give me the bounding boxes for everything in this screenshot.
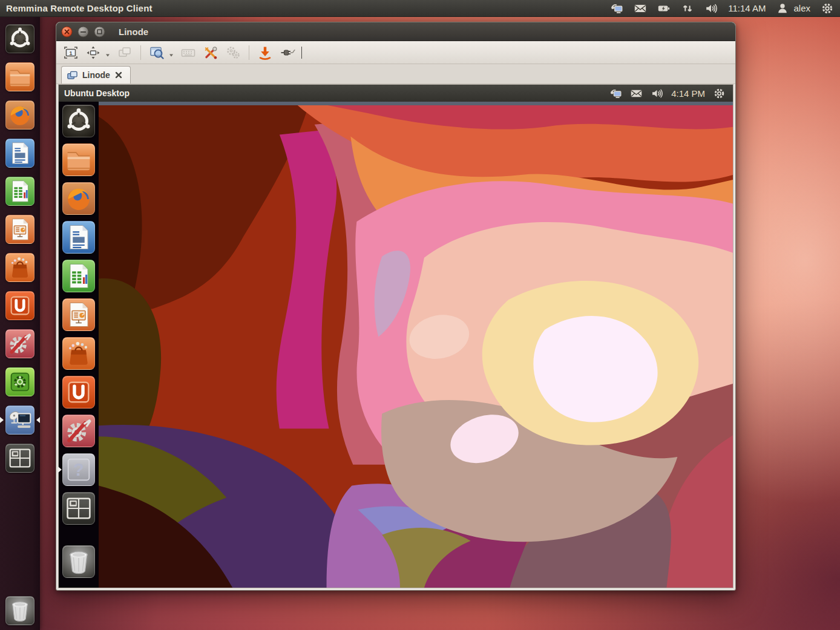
launcher-item-ubuntu-one[interactable] <box>5 291 34 320</box>
remote-launcher-item-ubuntu-one[interactable] <box>62 376 95 409</box>
remote-launcher-item-software-center[interactable] <box>62 337 95 370</box>
session-gear-icon[interactable] <box>821 2 834 15</box>
tab-linode[interactable]: Linode <box>61 66 131 84</box>
tools-button[interactable] <box>202 44 219 61</box>
remote-launcher-item-system-settings[interactable] <box>62 415 95 447</box>
toolbar-separator <box>140 45 141 60</box>
host-system-tray: 11:14 AM alex <box>610 2 834 15</box>
duplicate-button <box>116 44 133 61</box>
launcher-item-writer[interactable] <box>5 139 34 168</box>
launcher-item-workspace-switcher[interactable] <box>5 444 34 473</box>
remote-launcher-item-unknown-window[interactable]: ? <box>62 453 95 486</box>
host-launcher <box>0 16 40 630</box>
remote-launcher-item-home-folder[interactable] <box>62 143 95 176</box>
preferences-button <box>225 44 241 61</box>
remote-menubar: Ubuntu Desktop 4:14 PM <box>59 85 733 102</box>
mail-icon[interactable] <box>634 2 647 15</box>
remote-desktop-body: ? <box>59 102 733 588</box>
remmina-toolbar: 1 <box>56 41 735 64</box>
network-sync-icon[interactable] <box>681 2 694 15</box>
remote-launcher-item-firefox[interactable] <box>62 182 95 215</box>
remote-launcher-item-writer[interactable] <box>62 221 95 254</box>
messaging-menu-icon[interactable] <box>609 87 622 100</box>
volume-icon[interactable] <box>704 2 718 15</box>
minimize-button[interactable] <box>77 26 89 38</box>
remote-launcher-item-trash[interactable] <box>62 545 95 578</box>
connection-tab-icon <box>67 70 78 81</box>
volume-icon[interactable] <box>651 87 663 100</box>
remote-launcher: ? <box>59 102 99 588</box>
session-gear-icon[interactable] <box>713 87 726 100</box>
remote-launcher-item-impress[interactable] <box>62 298 95 331</box>
launcher-item-home-folder[interactable] <box>5 62 34 91</box>
messaging-menu-icon[interactable] <box>610 2 623 15</box>
import-button[interactable] <box>257 44 274 61</box>
username[interactable]: alex <box>793 3 810 13</box>
scaled-mode-button[interactable] <box>148 44 165 61</box>
chevron-down-icon[interactable] <box>105 50 111 56</box>
tab-bar: Linode <box>56 64 735 84</box>
remote-launcher-item-calc[interactable] <box>62 260 95 292</box>
launcher-item-system-settings[interactable] <box>5 329 34 358</box>
launcher-item-remmina[interactable] <box>5 405 34 435</box>
remote-system-tray: 4:14 PM <box>609 87 726 100</box>
maximize-button[interactable] <box>94 26 105 38</box>
launcher-item-impress[interactable] <box>5 215 34 244</box>
launcher-item-software-updater[interactable] <box>5 367 34 396</box>
launcher-item-trash[interactable] <box>5 596 34 625</box>
remote-wallpaper[interactable] <box>99 102 733 588</box>
remote-launcher-item-dash-home[interactable] <box>62 105 95 137</box>
launcher-item-software-center[interactable] <box>5 253 34 282</box>
grab-keyboard-button <box>180 44 197 61</box>
launcher-item-firefox[interactable] <box>5 100 34 130</box>
remote-clock[interactable]: 4:14 PM <box>671 88 705 99</box>
remote-menubar-title: Ubuntu Desktop <box>64 88 130 98</box>
remmina-window: Linode 1 Linode <box>56 22 736 591</box>
remote-launcher-item-workspace-switcher[interactable] <box>62 492 95 525</box>
user-icon[interactable] <box>776 2 789 15</box>
host-clock[interactable]: 11:14 AM <box>728 3 766 13</box>
mail-icon[interactable] <box>630 87 643 100</box>
chevron-down-icon[interactable] <box>168 50 174 56</box>
remote-viewport[interactable]: Ubuntu Desktop 4:14 PM <box>58 84 733 588</box>
svg-text:?: ? <box>73 460 84 479</box>
launcher-item-calc[interactable] <box>5 177 34 206</box>
window-title: Linode <box>119 27 148 37</box>
host-top-panel: Remmina Remote Desktop Client 11:14 AM a… <box>0 0 840 17</box>
tab-close-icon[interactable] <box>114 71 123 79</box>
wallpaper-art <box>99 102 733 588</box>
svg-text:1: 1 <box>69 50 72 56</box>
close-button[interactable] <box>61 26 73 38</box>
toolbar-separator <box>249 45 249 60</box>
battery-icon[interactable] <box>657 2 671 15</box>
fit-window-button[interactable] <box>85 44 102 61</box>
window-titlebar[interactable]: Linode <box>56 22 735 41</box>
tab-label: Linode <box>82 70 110 80</box>
disconnect-button[interactable] <box>279 44 296 61</box>
fullscreen-button[interactable]: 1 <box>62 44 79 61</box>
desktop: Remmina Remote Desktop Client 11:14 AM a… <box>0 0 840 630</box>
text-cursor <box>301 47 302 59</box>
launcher-item-dash-home[interactable] <box>5 24 34 53</box>
active-app-title: Remmina Remote Desktop Client <box>6 3 153 13</box>
